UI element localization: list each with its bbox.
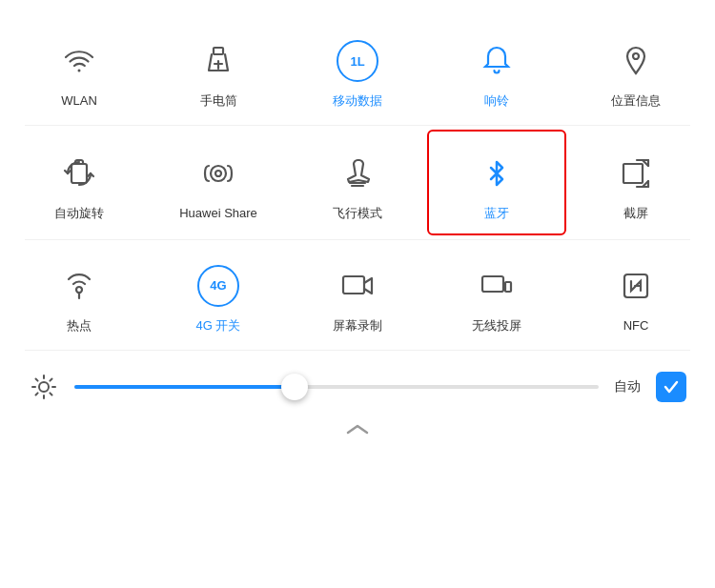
huawei-share-label: Huawei Share (179, 206, 257, 222)
slider-track (74, 385, 599, 389)
tile-wireless-project[interactable]: 无线投屏 (427, 244, 566, 346)
nfc-icon (611, 261, 661, 311)
svg-point-7 (215, 171, 221, 176)
bell-icon (472, 36, 521, 86)
svg-rect-20 (482, 276, 503, 292)
screenshot-label: 截屏 (623, 206, 648, 222)
brightness-slider[interactable] (74, 372, 599, 402)
flashlight-icon (194, 36, 243, 86)
tile-bluetooth[interactable]: 蓝牙 (427, 130, 566, 235)
row-2: 自动旋转 Huawei Share (10, 130, 705, 235)
location-label: 位置信息 (611, 93, 661, 110)
hotspot-label: 热点 (67, 318, 92, 335)
svg-rect-19 (343, 276, 364, 294)
flashlight-label: 手电筒 (200, 93, 237, 110)
4g-label: 4G 开关 (196, 318, 241, 335)
screenshot-icon (611, 149, 661, 198)
bluetooth-icon (472, 149, 521, 198)
screen-record-icon (333, 261, 382, 311)
svg-line-30 (36, 378, 38, 380)
nfc-label: NFC (623, 318, 649, 335)
4g-circle: 4G (197, 265, 239, 307)
brightness-row: 自动 (10, 355, 705, 412)
mobile-data-icon: 1L (333, 36, 382, 86)
rotation-icon (54, 149, 104, 198)
collapse-arrow-icon[interactable] (342, 421, 373, 442)
rotation-label: 自动旋转 (54, 206, 104, 222)
ringtone-label: 响铃 (484, 93, 509, 110)
divider-1 (25, 125, 690, 126)
svg-point-0 (78, 70, 81, 72)
quick-settings-panel: WLAN 手电筒 1L 移动数据 (0, 0, 715, 588)
slider-fill (74, 385, 295, 389)
tile-huawei-share[interactable]: Huawei Share (149, 130, 288, 235)
tile-4g[interactable]: 4G 4G 开关 (149, 244, 288, 346)
tile-ringtone[interactable]: 响铃 (427, 19, 566, 121)
slider-thumb[interactable] (281, 374, 308, 400)
svg-point-25 (39, 382, 49, 392)
bottom-arrow-row (10, 412, 705, 448)
location-icon (611, 36, 661, 86)
svg-line-33 (36, 393, 38, 395)
tile-nfc[interactable]: NFC (566, 244, 705, 346)
tile-flashlight[interactable]: 手电筒 (149, 19, 288, 121)
svg-line-31 (50, 393, 51, 395)
svg-rect-5 (72, 164, 87, 183)
hotspot-icon (54, 261, 104, 311)
bluetooth-label: 蓝牙 (484, 206, 509, 222)
screen-record-label: 屏幕录制 (333, 318, 382, 335)
wlan-label: WLAN (61, 93, 97, 110)
svg-line-32 (50, 378, 51, 380)
divider-3 (25, 350, 690, 351)
airplane-icon (333, 149, 382, 198)
brightness-icon (29, 372, 59, 402)
tile-mobile-data[interactable]: 1L 移动数据 (288, 19, 427, 121)
mobile-data-circle: 1L (337, 40, 378, 82)
tile-screenshot[interactable]: 截屏 (566, 130, 705, 235)
huawei-share-icon (194, 149, 243, 198)
svg-point-4 (633, 53, 639, 59)
tile-wlan[interactable]: WLAN (10, 19, 149, 121)
wireless-project-icon (472, 261, 521, 311)
svg-rect-10 (623, 164, 643, 183)
tile-hotspot[interactable]: 热点 (10, 244, 149, 346)
divider-2 (25, 239, 690, 240)
tile-rotation[interactable]: 自动旋转 (10, 130, 149, 235)
wlan-icon (54, 36, 104, 86)
tile-screen-record[interactable]: 屏幕录制 (288, 244, 427, 346)
row-1: WLAN 手电筒 1L 移动数据 (10, 19, 705, 121)
auto-checkbox[interactable] (656, 372, 686, 402)
tile-location[interactable]: 位置信息 (566, 19, 705, 121)
wireless-project-label: 无线投屏 (472, 318, 521, 335)
auto-label: 自动 (614, 378, 641, 395)
mobile-data-label: 移动数据 (333, 93, 382, 110)
4g-icon: 4G (194, 261, 243, 311)
row-3: 热点 4G 4G 开关 屏幕录制 (10, 244, 705, 346)
svg-point-6 (211, 166, 226, 181)
airplane-label: 飞行模式 (333, 206, 382, 222)
tile-airplane[interactable]: 飞行模式 (288, 130, 427, 235)
svg-rect-1 (214, 48, 223, 54)
